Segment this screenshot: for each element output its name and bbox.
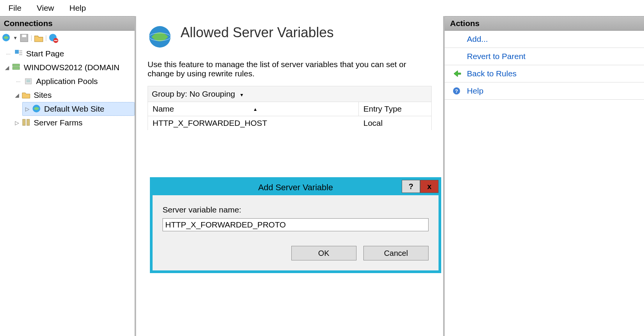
sort-ascending-icon: ▲ — [253, 107, 258, 112]
svg-rect-13 — [26, 80, 30, 81]
collapse-icon[interactable]: ◢ — [12, 92, 21, 98]
connections-header: Connections — [0, 16, 135, 31]
sites-icon — [21, 90, 31, 100]
actions-header: Actions — [445, 16, 644, 31]
action-help[interactable]: ? Help — [445, 82, 644, 100]
tree-default-web-site[interactable]: ▷ Default Web Site — [22, 102, 135, 116]
connections-tree: ···· Start Page ◢ WINDOWS2012 (DOMAIN ··… — [0, 45, 135, 130]
menu-view[interactable]: View — [37, 3, 54, 13]
svg-rect-14 — [26, 81, 30, 82]
collapse-icon[interactable]: ◢ — [2, 64, 12, 71]
table-row[interactable]: HTTP_X_FORWARDED_HOST Local — [148, 116, 431, 130]
cell-entry-type: Local — [359, 119, 431, 128]
connections-toolbar: ▼ | | — [0, 31, 135, 45]
menu-file[interactable]: File — [8, 3, 21, 13]
app-pools-icon — [24, 76, 34, 86]
dialog-title: Add Server Variable — [258, 183, 333, 193]
expand-icon[interactable]: ▷ — [23, 106, 32, 112]
svg-rect-16 — [23, 119, 25, 125]
farm-icon — [21, 118, 31, 128]
tree-start-page[interactable]: ···· Start Page — [2, 47, 135, 61]
menu-help[interactable]: Help — [69, 3, 86, 13]
column-name[interactable]: Name ▲ — [148, 102, 359, 116]
expand-icon[interactable]: ▷ — [12, 120, 21, 126]
dialog-close-button[interactable]: x — [420, 180, 439, 193]
svg-rect-7 — [19, 50, 22, 51]
cancel-button[interactable]: Cancel — [363, 246, 429, 260]
group-by-select[interactable]: No Grouping▾ — [189, 89, 243, 99]
svg-rect-9 — [19, 54, 22, 55]
add-server-variable-dialog: Add Server Variable ? x Server variable … — [150, 177, 441, 273]
svg-rect-10 — [13, 64, 20, 66]
dialog-titlebar[interactable]: Add Server Variable ? x — [153, 180, 439, 195]
action-revert-to-parent[interactable]: Revert to Parent — [445, 48, 644, 65]
svg-rect-5 — [54, 40, 58, 41]
tree-label: WINDOWS2012 (DOMAIN — [24, 63, 120, 72]
start-page-icon — [14, 49, 24, 59]
column-entry-type[interactable]: Entry Type — [359, 102, 431, 116]
svg-rect-8 — [19, 52, 22, 53]
variables-grid: Name ▲ Entry Type HTTP_X_FORWARDED_HOST … — [148, 102, 432, 130]
connect-icon[interactable] — [2, 33, 12, 43]
tree-label: Default Web Site — [44, 104, 104, 114]
back-arrow-icon — [452, 69, 462, 78]
page-title: Allowed Server Variables — [181, 25, 334, 41]
tree-label: Server Farms — [34, 118, 82, 127]
chevron-down-icon: ▾ — [240, 92, 243, 98]
dialog-help-button[interactable]: ? — [402, 180, 420, 193]
server-variable-name-input[interactable] — [163, 218, 429, 231]
svg-rect-17 — [27, 119, 30, 125]
menubar: File View Help — [0, 0, 644, 16]
actions-panel: Actions Add... Revert to Parent Back to … — [445, 16, 644, 336]
tree-server-farms[interactable]: ▷ Server Farms — [2, 116, 135, 130]
help-icon: ? — [452, 87, 462, 95]
open-icon[interactable] — [34, 33, 44, 43]
ok-button[interactable]: OK — [291, 246, 356, 260]
tree-label: Sites — [34, 91, 52, 100]
server-variable-name-label: Server variable name: — [163, 205, 429, 214]
action-back-to-rules[interactable]: Back to Rules — [445, 65, 644, 82]
dropdown-arrow-icon[interactable]: ▼ — [13, 35, 18, 41]
tree-label: Start Page — [26, 49, 64, 58]
tree-server[interactable]: ◢ WINDOWS2012 (DOMAIN — [2, 61, 135, 74]
globe-icon — [32, 104, 42, 114]
page-description: Use this feature to manage the list of s… — [148, 60, 427, 78]
svg-rect-6 — [15, 50, 19, 54]
svg-rect-2 — [22, 35, 26, 37]
stop-icon[interactable] — [48, 33, 58, 43]
content-panel: Allowed Server Variables Use this featur… — [136, 16, 445, 336]
group-by-label: Group by: — [152, 89, 187, 99]
globe-icon — [148, 25, 172, 49]
connections-panel: Connections ▼ | | ···· — [0, 16, 136, 336]
svg-text:?: ? — [455, 88, 458, 94]
server-icon — [12, 63, 21, 72]
cell-name: HTTP_X_FORWARDED_HOST — [148, 119, 359, 128]
tree-app-pools[interactable]: ···· Application Pools — [2, 74, 135, 88]
action-add[interactable]: Add... — [445, 31, 644, 48]
group-by-bar: Group by: No Grouping▾ — [148, 86, 432, 102]
save-icon[interactable] — [19, 33, 29, 43]
svg-rect-11 — [13, 67, 20, 69]
tree-label: Application Pools — [36, 77, 98, 86]
tree-sites[interactable]: ◢ Sites — [2, 88, 135, 102]
